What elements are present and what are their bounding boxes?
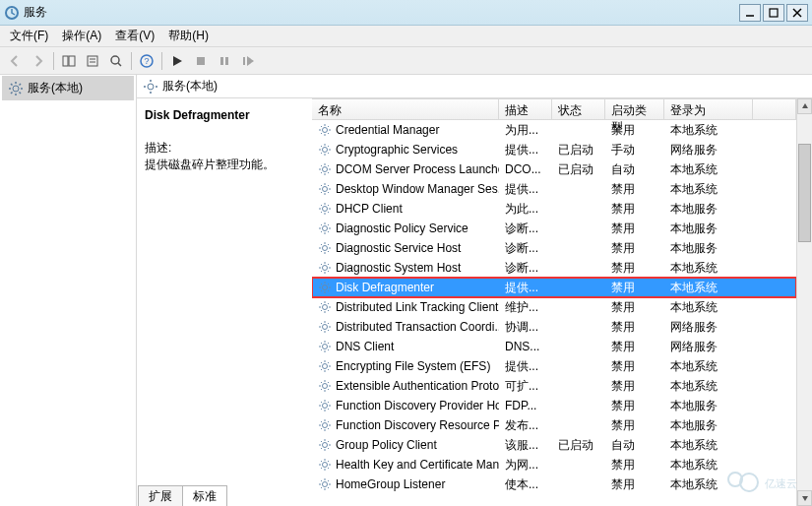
column-logon[interactable]: 登录为 bbox=[664, 99, 753, 119]
svg-line-192 bbox=[321, 461, 322, 462]
service-row[interactable]: Function Discovery Resource P...发布...禁用本… bbox=[312, 415, 796, 435]
properties-button[interactable] bbox=[82, 50, 103, 72]
service-row[interactable]: Cryptographic Services提供...已启动手动网络服务 bbox=[312, 140, 796, 159]
cell-logon: 本地服务 bbox=[664, 398, 753, 414]
cell-status: 已启动 bbox=[552, 437, 605, 454]
svg-line-132 bbox=[328, 323, 329, 324]
tab-standard[interactable]: 标准 bbox=[182, 485, 227, 506]
svg-line-175 bbox=[328, 428, 329, 429]
svg-line-94 bbox=[328, 251, 329, 252]
gear-icon bbox=[318, 477, 332, 491]
service-row[interactable]: Distributed Link Tracking Client维护...禁用本… bbox=[312, 297, 796, 317]
service-row[interactable]: Disk Defragmenter提供...禁用本地系统 bbox=[312, 278, 796, 297]
svg-line-186 bbox=[328, 441, 329, 442]
gear-icon bbox=[318, 202, 332, 216]
column-startup[interactable]: 启动类型 bbox=[605, 99, 664, 119]
cell-description: 提供... bbox=[499, 358, 552, 375]
svg-line-51 bbox=[328, 146, 329, 147]
svg-line-149 bbox=[321, 369, 322, 370]
column-name[interactable]: 名称 bbox=[312, 99, 499, 119]
svg-line-57 bbox=[321, 165, 322, 166]
cell-logon: 本地服务 bbox=[664, 240, 753, 257]
menu-view[interactable]: 查看(V) bbox=[109, 26, 160, 46]
start-service-button[interactable] bbox=[166, 50, 188, 72]
svg-line-11 bbox=[118, 63, 121, 66]
cell-startup: 禁用 bbox=[605, 457, 664, 474]
column-status[interactable]: 状态 bbox=[552, 99, 605, 119]
svg-point-151 bbox=[323, 384, 328, 389]
svg-line-41 bbox=[321, 133, 322, 134]
cell-name: Diagnostic Policy Service bbox=[312, 221, 499, 235]
svg-line-85 bbox=[328, 231, 329, 232]
cell-startup: 禁用 bbox=[605, 280, 664, 296]
maximize-button[interactable] bbox=[763, 4, 784, 22]
watermark-logo: 亿速云 bbox=[723, 468, 802, 500]
close-button[interactable] bbox=[786, 4, 808, 22]
menu-file[interactable]: 文件(F) bbox=[4, 26, 54, 46]
svg-line-157 bbox=[328, 389, 329, 390]
menu-action[interactable]: 操作(A) bbox=[56, 26, 107, 46]
tree-node-services-local[interactable]: 服务(本地) bbox=[2, 76, 134, 100]
service-row[interactable]: Function Discovery Provider HostFDP...禁用… bbox=[312, 396, 796, 415]
cell-startup: 禁用 bbox=[605, 260, 664, 277]
gear-icon bbox=[318, 300, 332, 314]
export-list-button[interactable] bbox=[105, 50, 127, 72]
cell-description: 发布... bbox=[499, 417, 552, 434]
svg-line-67 bbox=[328, 192, 329, 193]
svg-line-177 bbox=[328, 421, 329, 422]
help-button[interactable]: ? bbox=[136, 50, 157, 72]
service-row[interactable]: Extensible Authentication Proto...可扩...禁… bbox=[312, 376, 796, 396]
svg-rect-6 bbox=[69, 56, 75, 66]
service-row[interactable]: DHCP Client为此...禁用本地服务 bbox=[312, 199, 796, 219]
show-hide-tree-button[interactable] bbox=[58, 50, 80, 72]
description-text: 提供磁盘碎片整理功能。 bbox=[145, 157, 304, 173]
scroll-up-button[interactable] bbox=[797, 98, 812, 114]
svg-line-111 bbox=[321, 284, 322, 285]
svg-line-69 bbox=[328, 185, 329, 186]
pause-service-button[interactable] bbox=[214, 50, 235, 72]
svg-line-93 bbox=[321, 244, 322, 245]
cell-name: Health Key and Certificate Man... bbox=[312, 458, 499, 472]
menu-help[interactable]: 帮助(H) bbox=[162, 26, 215, 46]
stop-service-button[interactable] bbox=[190, 50, 212, 72]
cell-name: Extensible Authentication Proto... bbox=[312, 379, 499, 393]
service-row[interactable]: DCOM Server Process LauncherDCO...已启动自动本… bbox=[312, 159, 796, 179]
cell-logon: 网络服务 bbox=[664, 142, 753, 158]
service-row[interactable]: DNS ClientDNS...禁用网络服务 bbox=[312, 337, 796, 356]
svg-line-166 bbox=[328, 409, 329, 410]
service-row[interactable]: Credential Manager为用...禁用本地系统 bbox=[312, 120, 796, 140]
scroll-thumb[interactable] bbox=[798, 144, 811, 242]
tab-extended[interactable]: 扩展 bbox=[138, 485, 183, 506]
service-row[interactable]: Diagnostic System Host诊断...禁用本地系统 bbox=[312, 258, 796, 278]
service-row[interactable]: Group Policy Client该服...已启动自动本地系统 bbox=[312, 435, 796, 455]
description-label: 描述: bbox=[145, 140, 304, 157]
service-row[interactable]: Diagnostic Service Host诊断...禁用本地服务 bbox=[312, 238, 796, 258]
svg-marker-19 bbox=[247, 56, 254, 66]
forward-button[interactable] bbox=[28, 50, 49, 72]
cell-description: 提供... bbox=[499, 181, 552, 198]
right-header-label: 服务(本地) bbox=[162, 78, 218, 95]
back-button[interactable] bbox=[4, 50, 26, 72]
cell-name: Distributed Transaction Coordi... bbox=[312, 320, 499, 334]
svg-point-20 bbox=[13, 86, 19, 92]
svg-point-196 bbox=[323, 482, 328, 487]
gear-icon bbox=[318, 261, 332, 275]
svg-point-142 bbox=[323, 364, 328, 369]
restart-service-button[interactable] bbox=[237, 50, 259, 72]
gear-icon bbox=[318, 182, 332, 196]
svg-line-113 bbox=[321, 290, 322, 291]
service-row[interactable]: Distributed Transaction Coordi...协调...禁用… bbox=[312, 317, 796, 337]
service-row[interactable]: Encrypting File System (EFS)提供...禁用本地系统 bbox=[312, 356, 796, 376]
svg-line-139 bbox=[328, 349, 329, 350]
scroll-track[interactable] bbox=[797, 114, 812, 490]
list-header: 名称 描述 状态 启动类型 登录为 bbox=[312, 98, 796, 120]
svg-line-176 bbox=[321, 428, 322, 429]
service-row[interactable]: Desktop Window Manager Ses...提供...禁用本地系统 bbox=[312, 179, 796, 199]
service-row[interactable]: Diagnostic Policy Service诊断...禁用本地服务 bbox=[312, 219, 796, 238]
vertical-scrollbar[interactable] bbox=[796, 98, 812, 506]
minimize-button[interactable] bbox=[739, 4, 761, 22]
column-description[interactable]: 描述 bbox=[499, 99, 552, 119]
svg-line-49 bbox=[328, 153, 329, 154]
cell-name: HomeGroup Listener bbox=[312, 477, 499, 491]
svg-line-141 bbox=[328, 343, 329, 344]
